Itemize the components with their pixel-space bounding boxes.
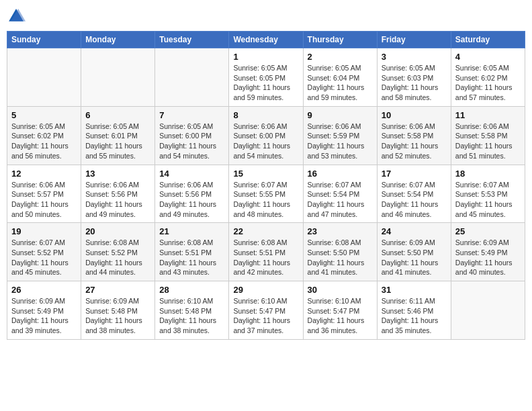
calendar-cell: 25Sunrise: 6:09 AMSunset: 5:49 PMDayligh…	[451, 223, 525, 281]
cell-info: Sunrise: 6:08 AMSunset: 5:52 PMDaylight:…	[85, 238, 150, 277]
calendar-cell: 15Sunrise: 6:07 AMSunset: 5:55 PMDayligh…	[229, 165, 303, 223]
calendar-cell	[155, 48, 229, 107]
cell-info: Sunrise: 6:07 AMSunset: 5:53 PMDaylight:…	[455, 180, 521, 220]
weekday-header: Wednesday	[229, 32, 303, 48]
calendar-cell: 1Sunrise: 6:05 AMSunset: 6:05 PMDaylight…	[229, 48, 303, 107]
day-number: 29	[233, 285, 298, 295]
day-number: 1	[233, 52, 298, 62]
cell-info: Sunrise: 6:09 AMSunset: 5:49 PMDaylight:…	[11, 296, 77, 336]
calendar-cell: 2Sunrise: 6:05 AMSunset: 6:04 PMDaylight…	[303, 48, 377, 107]
cell-info: Sunrise: 6:05 AMSunset: 6:00 PMDaylight:…	[159, 122, 224, 161]
cell-info: Sunrise: 6:08 AMSunset: 5:51 PMDaylight:…	[159, 238, 224, 277]
cell-info: Sunrise: 6:06 AMSunset: 5:58 PMDaylight:…	[382, 122, 447, 161]
weekday-header: Tuesday	[155, 32, 229, 48]
day-number: 8	[233, 110, 298, 120]
weekday-header: Monday	[81, 32, 155, 48]
day-number: 11	[455, 110, 521, 120]
day-number: 5	[11, 110, 77, 120]
cell-info: Sunrise: 6:11 AMSunset: 5:46 PMDaylight:…	[382, 296, 447, 336]
weekday-header: Sunday	[7, 32, 81, 48]
calendar-cell: 26Sunrise: 6:09 AMSunset: 5:49 PMDayligh…	[7, 281, 81, 340]
day-number: 7	[159, 110, 224, 120]
calendar-cell: 7Sunrise: 6:05 AMSunset: 6:00 PMDaylight…	[155, 106, 229, 165]
day-number: 2	[308, 52, 373, 62]
calendar-cell: 17Sunrise: 6:07 AMSunset: 5:54 PMDayligh…	[377, 165, 451, 223]
calendar-cell: 23Sunrise: 6:08 AMSunset: 5:50 PMDayligh…	[303, 223, 377, 281]
day-number: 19	[11, 226, 77, 236]
day-number: 13	[85, 169, 150, 179]
cell-info: Sunrise: 6:09 AMSunset: 5:49 PMDaylight:…	[455, 238, 521, 277]
calendar-week-row: 26Sunrise: 6:09 AMSunset: 5:49 PMDayligh…	[7, 281, 525, 340]
cell-info: Sunrise: 6:05 AMSunset: 6:01 PMDaylight:…	[85, 122, 150, 161]
cell-info: Sunrise: 6:10 AMSunset: 5:48 PMDaylight:…	[159, 296, 224, 336]
calendar-week-row: 5Sunrise: 6:05 AMSunset: 6:02 PMDaylight…	[7, 106, 525, 165]
calendar-cell	[451, 281, 525, 340]
weekday-header: Thursday	[303, 32, 377, 48]
day-number: 22	[233, 226, 298, 236]
day-number: 26	[11, 285, 77, 295]
cell-info: Sunrise: 6:08 AMSunset: 5:51 PMDaylight:…	[233, 238, 298, 277]
cell-info: Sunrise: 6:07 AMSunset: 5:55 PMDaylight:…	[233, 180, 298, 220]
day-number: 28	[159, 285, 224, 295]
cell-info: Sunrise: 6:05 AMSunset: 6:05 PMDaylight:…	[233, 63, 298, 103]
weekday-header: Saturday	[451, 32, 525, 48]
weekday-header: Friday	[377, 32, 451, 48]
cell-info: Sunrise: 6:06 AMSunset: 6:00 PMDaylight:…	[233, 122, 298, 161]
day-number: 4	[455, 52, 521, 62]
calendar-cell: 4Sunrise: 6:05 AMSunset: 6:02 PMDaylight…	[451, 48, 525, 107]
day-number: 15	[233, 169, 298, 179]
day-number: 23	[308, 226, 373, 236]
cell-info: Sunrise: 6:05 AMSunset: 6:02 PMDaylight:…	[455, 63, 521, 103]
cell-info: Sunrise: 6:05 AMSunset: 6:04 PMDaylight:…	[308, 63, 373, 103]
calendar-cell: 27Sunrise: 6:09 AMSunset: 5:48 PMDayligh…	[81, 281, 155, 340]
cell-info: Sunrise: 6:07 AMSunset: 5:54 PMDaylight:…	[382, 180, 447, 220]
cell-info: Sunrise: 6:05 AMSunset: 6:03 PMDaylight:…	[382, 63, 447, 103]
calendar-cell: 29Sunrise: 6:10 AMSunset: 5:47 PMDayligh…	[229, 281, 303, 340]
cell-info: Sunrise: 6:06 AMSunset: 5:56 PMDaylight:…	[85, 180, 150, 220]
calendar-cell: 3Sunrise: 6:05 AMSunset: 6:03 PMDaylight…	[377, 48, 451, 107]
day-number: 3	[382, 52, 447, 62]
calendar-cell: 11Sunrise: 6:06 AMSunset: 5:58 PMDayligh…	[451, 106, 525, 165]
calendar-cell: 14Sunrise: 6:06 AMSunset: 5:56 PMDayligh…	[155, 165, 229, 223]
cell-info: Sunrise: 6:06 AMSunset: 5:58 PMDaylight:…	[455, 122, 521, 161]
day-number: 31	[382, 285, 447, 295]
cell-info: Sunrise: 6:07 AMSunset: 5:52 PMDaylight:…	[11, 238, 77, 277]
calendar-cell	[7, 48, 81, 107]
day-number: 10	[382, 110, 447, 120]
calendar-cell: 19Sunrise: 6:07 AMSunset: 5:52 PMDayligh…	[7, 223, 81, 281]
calendar-cell: 20Sunrise: 6:08 AMSunset: 5:52 PMDayligh…	[81, 223, 155, 281]
calendar-cell: 10Sunrise: 6:06 AMSunset: 5:58 PMDayligh…	[377, 106, 451, 165]
day-number: 12	[11, 169, 77, 179]
calendar-cell: 13Sunrise: 6:06 AMSunset: 5:56 PMDayligh…	[81, 165, 155, 223]
day-number: 21	[159, 226, 224, 236]
calendar-week-row: 12Sunrise: 6:06 AMSunset: 5:57 PMDayligh…	[7, 165, 525, 223]
calendar-cell: 22Sunrise: 6:08 AMSunset: 5:51 PMDayligh…	[229, 223, 303, 281]
cell-info: Sunrise: 6:06 AMSunset: 5:56 PMDaylight:…	[159, 180, 224, 220]
cell-info: Sunrise: 6:10 AMSunset: 5:47 PMDaylight:…	[308, 296, 373, 336]
day-number: 6	[85, 110, 150, 120]
calendar-header-row: SundayMondayTuesdayWednesdayThursdayFrid…	[7, 32, 525, 48]
cell-info: Sunrise: 6:05 AMSunset: 6:02 PMDaylight:…	[11, 122, 77, 161]
calendar-cell: 9Sunrise: 6:06 AMSunset: 5:59 PMDaylight…	[303, 106, 377, 165]
page-header	[7, 7, 525, 26]
calendar-cell: 30Sunrise: 6:10 AMSunset: 5:47 PMDayligh…	[303, 281, 377, 340]
day-number: 27	[85, 285, 150, 295]
calendar-week-row: 19Sunrise: 6:07 AMSunset: 5:52 PMDayligh…	[7, 223, 525, 281]
day-number: 17	[382, 169, 447, 179]
cell-info: Sunrise: 6:06 AMSunset: 5:57 PMDaylight:…	[11, 180, 77, 220]
calendar-cell: 24Sunrise: 6:09 AMSunset: 5:50 PMDayligh…	[377, 223, 451, 281]
day-number: 24	[382, 226, 447, 236]
calendar-cell: 8Sunrise: 6:06 AMSunset: 6:00 PMDaylight…	[229, 106, 303, 165]
day-number: 20	[85, 226, 150, 236]
logo	[7, 7, 28, 26]
day-number: 30	[308, 285, 373, 295]
calendar-cell: 12Sunrise: 6:06 AMSunset: 5:57 PMDayligh…	[7, 165, 81, 223]
cell-info: Sunrise: 6:10 AMSunset: 5:47 PMDaylight:…	[233, 296, 298, 336]
calendar-cell: 31Sunrise: 6:11 AMSunset: 5:46 PMDayligh…	[377, 281, 451, 340]
calendar-cell: 28Sunrise: 6:10 AMSunset: 5:48 PMDayligh…	[155, 281, 229, 340]
calendar-cell: 5Sunrise: 6:05 AMSunset: 6:02 PMDaylight…	[7, 106, 81, 165]
cell-info: Sunrise: 6:08 AMSunset: 5:50 PMDaylight:…	[308, 238, 373, 277]
day-number: 9	[308, 110, 373, 120]
day-number: 14	[159, 169, 224, 179]
calendar-cell: 16Sunrise: 6:07 AMSunset: 5:54 PMDayligh…	[303, 165, 377, 223]
